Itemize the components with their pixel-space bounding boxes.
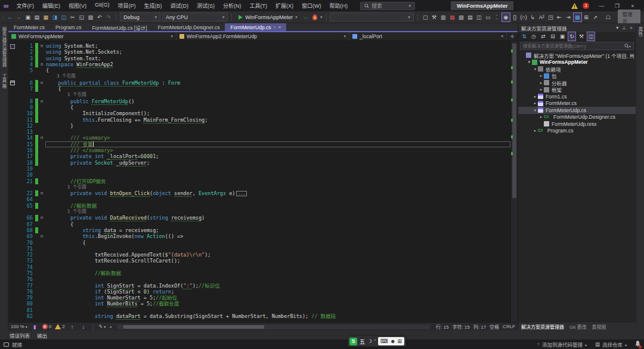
glyph-margin[interactable] [8,233,16,239]
hscroll-left-arrow[interactable]: ◂ [109,325,112,329]
glyph-margin[interactable] [8,283,16,289]
save-icon[interactable]: ◨ [51,13,58,21]
code-text[interactable]: } [45,123,510,129]
menu-项目[interactable]: 项目(P) [114,1,140,11]
fold-marker[interactable] [38,55,45,61]
code-text[interactable]: /// </summary> [45,147,510,153]
code-text[interactable]: int NumberStart = 5;//起始位 [45,295,510,301]
fold-marker[interactable] [38,67,45,73]
glyph-margin[interactable] [8,196,16,202]
fold-marker[interactable] [38,203,45,209]
glyph-margin[interactable] [8,227,16,233]
solution-search-box[interactable]: ▾ [520,42,634,50]
prev-issue-icon[interactable]: ↑ [69,323,76,331]
scrollbar-thumb[interactable] [512,44,516,198]
expander-icon[interactable]: ▸ [532,128,538,133]
menu-编辑[interactable]: 编辑(E) [38,1,64,11]
add-to-source-control-button[interactable]: ↑ 添加到源代码管理 ▴ [537,341,587,348]
code-text[interactable]: { [45,67,510,73]
menu-测试[interactable]: 测试(S) [193,1,219,11]
interface-icon[interactable]: (○) [520,13,528,21]
expander-icon[interactable]: ▸ [532,94,538,99]
redo-icon[interactable]: ↷ [104,13,112,21]
next-issue-icon[interactable]: ↓ [80,323,88,331]
glyph-margin[interactable] [8,178,16,184]
code-text[interactable]: this.BeginInvoke(new Action(() => [45,233,510,239]
menu-窗口[interactable]: 窗口(W) [298,1,326,11]
code-text[interactable]: using System.Net.Sockets; [45,49,510,55]
dock-tab-属性[interactable]: 属性 [637,27,643,37]
properties-icon[interactable]: ⚒ [578,32,585,41]
glyph-margin[interactable] [8,264,16,270]
code-text[interactable]: using System.Text; [45,55,510,61]
code-text[interactable]: public partial class FormMeterUdp : Form [45,80,510,86]
code-text[interactable]: 1 个引用 [45,209,510,215]
code-text[interactable]: txtReceived.AppendText($"{data}\r\n"); [45,252,510,258]
code-text[interactable] [45,264,510,270]
file-tab-FormMeterUdp.cs [设计][interactable]: FormMeterUdp.cs [设计] [86,23,152,31]
close-icon[interactable]: × [630,25,633,30]
fold-marker[interactable] [38,289,45,295]
paste-icon[interactable]: ▨ [86,13,94,21]
code-text[interactable]: //解析数据 [45,270,510,276]
glyph-margin[interactable] [8,209,16,215]
scope-icon[interactable]: ▣ [559,32,566,41]
fold-marker[interactable] [38,307,45,313]
code-text[interactable] [45,307,510,313]
quick-search-box[interactable]: 搜索 ▾ [360,2,415,10]
code-text[interactable]: txtReceived.ScrollToCaret(); [45,258,510,264]
split-editor-button[interactable]: ✛ [507,32,518,41]
sync-icon[interactable]: ⇄ [540,32,547,41]
expander-icon[interactable]: ▸ [532,101,538,106]
editor-scrollbar[interactable] [510,41,518,322]
back-icon[interactable]: ← [6,13,14,21]
expander-icon[interactable]: ▸ [538,115,544,119]
codelens-references[interactable]: 1 个引用 [46,92,86,98]
glyph-margin[interactable] [8,215,16,221]
glyph-margin[interactable] [8,258,16,264]
glyph-margin[interactable] [8,67,16,73]
fold-marker[interactable] [38,246,45,252]
code-text[interactable]: 3 个引用 [45,73,510,79]
fold-marker[interactable] [38,172,45,178]
expander-icon[interactable]: ▸ [538,81,544,85]
fold-marker[interactable] [38,196,45,202]
grid-margin-icon[interactable] [8,80,16,86]
glyph-margin[interactable] [8,289,16,295]
find-combo[interactable]: ▾ [330,13,413,21]
tree-item-Program.cs[interactable]: ▸C#Program.cs [518,128,636,135]
warning-count[interactable]: 2 [55,324,64,329]
glyph-margin[interactable] [8,61,16,67]
undo-icon[interactable]: ↶ [95,13,103,21]
expander-icon[interactable]: ▸ [538,73,544,78]
toolbox-icon[interactable]: ▢ [422,13,429,21]
fold-marker[interactable] [38,141,45,147]
tree-item-WinFormsAppMeter[interactable]: ▾WinFormsAppMeter [518,59,636,66]
fold-marker[interactable] [38,184,45,190]
zoom-control[interactable]: 100 %▾ [11,324,27,329]
code-text[interactable]: int SignStart = data.IndexOf(":");//标识位 [45,283,510,289]
fold-marker[interactable] [38,153,45,159]
fold-marker[interactable]: ⊟ [38,135,45,141]
punctuation-icon[interactable]: ’ [374,338,376,344]
indent-in-icon[interactable]: ⇥ [565,13,572,21]
panel-menu-icon[interactable]: ▾ [616,25,618,30]
warning-icon[interactable] [571,3,578,9]
error-count[interactable]: ✕0 [42,324,51,329]
code-text[interactable]: /// 变量 [45,141,510,147]
code-text[interactable]: string dataPart = data.Substring(SignSta… [45,313,510,319]
fold-marker[interactable] [38,166,45,172]
menu-工具[interactable]: 工具(T) [246,1,272,11]
tree-item-FormMeterUdp.Designer.cs[interactable]: ▸C#FormMeterUdp.Designer.cs [518,114,636,121]
glyph-margin[interactable] [8,301,16,307]
doc-margin-icon[interactable] [8,43,16,49]
soft-keyboard-icon[interactable]: ⌨ [380,338,388,344]
code-text[interactable]: private void btnOpen_Click(object sender… [45,190,510,196]
save-all-icon[interactable]: ◫ [60,13,67,21]
eol-indicator[interactable]: CRLF [503,324,515,329]
step-into-icon[interactable]: ↳ [529,13,537,21]
code-text[interactable]: public FormMeterUdp() [45,98,510,104]
fold-marker[interactable] [38,110,45,116]
fold-marker[interactable]: ⊟ [38,80,45,86]
glyph-margin[interactable] [8,73,16,79]
